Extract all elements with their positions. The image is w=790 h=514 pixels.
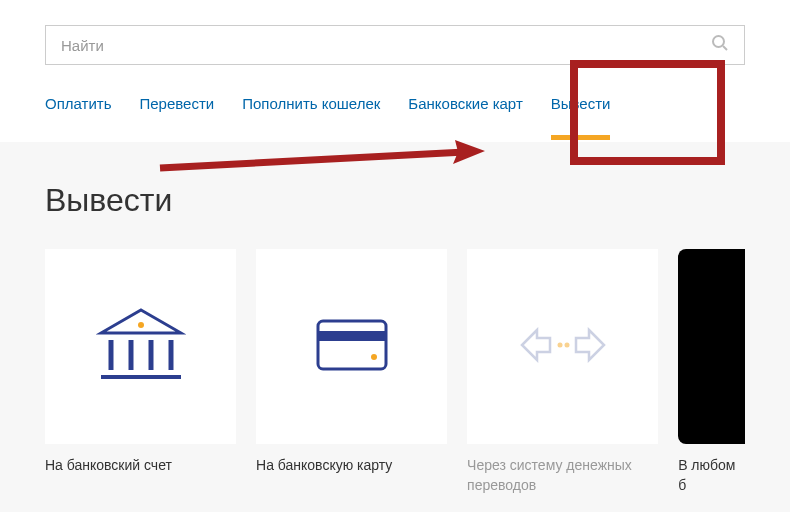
svg-rect-12 [318,331,386,341]
search-input[interactable] [61,37,711,54]
svg-point-15 [564,342,569,347]
nav-tab-topup[interactable]: Пополнить кошелек [242,95,380,112]
card-box [256,249,447,444]
transfer-arrows-icon [517,320,609,374]
card-box [45,249,236,444]
svg-point-14 [557,342,562,347]
svg-point-13 [371,354,377,360]
nav-tab-withdraw[interactable]: Вывести [551,95,611,112]
card-label: На банковскую карту [256,456,447,476]
nav-tabs: Оплатить Перевести Пополнить кошелек Бан… [0,65,790,142]
svg-point-0 [713,36,724,47]
svg-point-5 [138,322,144,328]
svg-rect-11 [318,321,386,369]
page-title: Вывести [45,182,745,219]
nav-tab-pay[interactable]: Оплатить [45,95,112,112]
card-label: Через систему денежных переводов [467,456,658,495]
content-area: Вывести На банковский счет [0,142,790,512]
card-bank-card[interactable]: На банковскую карту [256,249,447,495]
card-box [467,249,658,444]
nav-tab-transfer[interactable]: Перевести [140,95,215,112]
card-money-transfer[interactable]: Через систему денежных переводов [467,249,658,495]
bank-building-icon [96,305,186,389]
cards-row: На банковский счет На банковскую карту [45,249,745,495]
search-icon[interactable] [711,34,729,56]
card-bank-account[interactable]: На банковский счет [45,249,236,495]
card-label: В любом б [678,456,745,495]
card-atm[interactable]: В любом б [678,249,745,495]
svg-marker-4 [101,310,181,333]
card-label: На банковский счет [45,456,236,476]
card-box [678,249,745,444]
credit-card-icon [316,319,388,375]
nav-tab-cards[interactable]: Банковские карт [408,95,522,112]
svg-line-1 [723,46,727,50]
search-bar[interactable] [45,25,745,65]
